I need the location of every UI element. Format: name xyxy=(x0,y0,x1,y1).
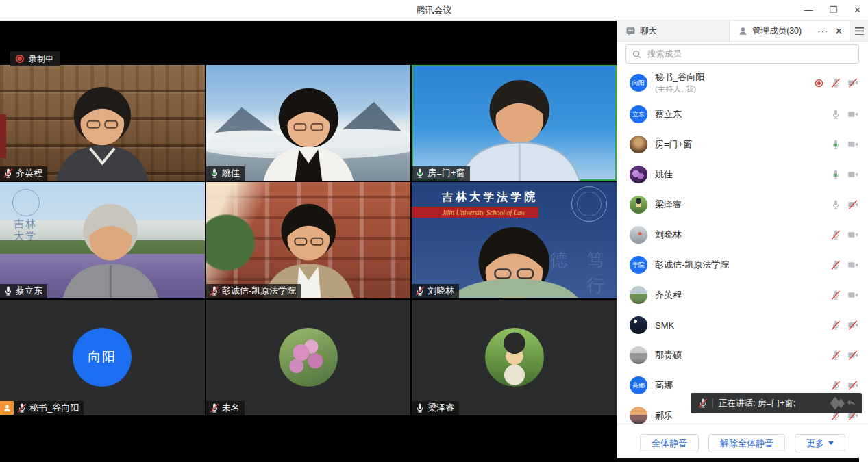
host-badge-icon xyxy=(0,401,14,415)
participant-silhouette xyxy=(0,182,205,298)
restore-button[interactable]: ❐ xyxy=(829,0,837,21)
panel-close-button[interactable]: ✕ xyxy=(835,26,843,36)
members-icon xyxy=(738,26,748,36)
chat-icon xyxy=(625,26,636,36)
panel-tab-bar: 聊天 管理成员(30) ··· ✕ xyxy=(617,21,868,42)
avatar xyxy=(630,226,647,244)
mic-icon[interactable] xyxy=(830,380,841,391)
mic-icon[interactable] xyxy=(830,350,841,361)
avatar xyxy=(630,136,647,153)
member-row[interactable]: 房=门+窗 xyxy=(617,129,868,159)
unmute-all-button[interactable]: 解除全体静音 xyxy=(708,434,785,452)
video-region: 录制中 齐英程 xyxy=(0,21,617,462)
speaking-toast: 正在讲话: 房=门+窗; xyxy=(691,393,862,413)
mic-status-icon xyxy=(16,402,27,413)
camera-icon[interactable] xyxy=(847,259,858,270)
minimize-button[interactable]: — xyxy=(804,0,813,21)
member-name: 姚佳 xyxy=(655,168,830,181)
member-row[interactable]: 齐英程 xyxy=(617,280,868,310)
avatar: 向阳 xyxy=(73,328,132,387)
recording-badge: 录制中 xyxy=(10,51,60,66)
panel-more-button[interactable]: ··· xyxy=(817,26,828,36)
member-row[interactable]: 姚佳 xyxy=(617,159,868,190)
video-tile[interactable]: 向阳 秘书_谷向阳 xyxy=(0,300,205,415)
reply-arrow-icon xyxy=(845,398,856,409)
mic-status-icon xyxy=(209,402,220,413)
participant-silhouette xyxy=(206,182,411,298)
video-tile[interactable]: 梁泽睿 xyxy=(412,300,617,415)
camera-icon[interactable] xyxy=(847,139,858,150)
member-list[interactable]: 向阳 秘书_谷向阳(主持人, 我) 立东 蔡立东 房=门+窗 xyxy=(617,66,868,424)
participant-name-chip: 姚佳 xyxy=(206,166,245,181)
video-tile[interactable]: 姚佳 xyxy=(206,65,411,181)
mic-icon[interactable] xyxy=(830,320,841,331)
more-button[interactable]: 更多 xyxy=(795,434,845,452)
mic-status-icon xyxy=(209,285,220,296)
member-name: 房=门+窗 xyxy=(655,138,830,151)
member-name: 秘书_谷向阳 xyxy=(655,71,814,84)
mic-status-icon xyxy=(414,168,425,179)
mic-icon[interactable] xyxy=(830,139,841,150)
camera-icon[interactable] xyxy=(847,290,858,300)
mic-status-icon xyxy=(3,168,14,179)
mic-icon[interactable] xyxy=(830,109,841,120)
mic-icon[interactable] xyxy=(830,259,841,270)
camera-icon[interactable] xyxy=(847,109,858,120)
member-row[interactable]: 立东 蔡立东 xyxy=(617,99,868,129)
member-row[interactable]: 邴贵硕 xyxy=(617,340,868,370)
camera-icon[interactable] xyxy=(847,169,858,180)
mic-status-icon xyxy=(209,168,220,179)
video-grid: 齐英程 xyxy=(0,65,617,415)
member-row[interactable]: 刘晓林 xyxy=(617,220,868,250)
mic-icon[interactable] xyxy=(830,199,841,210)
recording-dot-icon xyxy=(16,55,24,63)
window-bottom-edge xyxy=(617,458,859,462)
mic-icon[interactable] xyxy=(830,169,841,180)
avatar xyxy=(630,407,647,424)
participant-silhouette xyxy=(412,182,617,298)
hamburger-icon xyxy=(855,27,864,35)
mic-icon[interactable] xyxy=(830,77,841,88)
video-tile[interactable]: 吉林大学法学院 Jilin University School of Law 明… xyxy=(412,182,617,298)
camera-icon[interactable] xyxy=(847,320,858,331)
title-bar: 腾讯会议 — ❐ ✕ xyxy=(0,0,868,21)
camera-icon[interactable] xyxy=(847,199,858,210)
participant-name-chip: 齐英程 xyxy=(0,166,47,181)
avatar xyxy=(279,328,338,387)
tencent-meeting-window: 腾讯会议 — ❐ ✕ 录制中 xyxy=(0,0,868,462)
mute-all-button[interactable]: 全体静音 xyxy=(640,434,699,452)
avatar xyxy=(630,196,647,214)
avatar: 学院 xyxy=(630,256,647,274)
member-row[interactable]: 梁泽睿 xyxy=(617,190,868,220)
mic-status-icon xyxy=(3,285,14,296)
close-button[interactable]: ✕ xyxy=(854,0,861,21)
avatar: 向阳 xyxy=(630,74,647,92)
participant-silhouette xyxy=(206,65,411,181)
search-input[interactable] xyxy=(646,49,853,60)
video-tile[interactable]: 彭诚信-凯原法学院 xyxy=(206,182,411,298)
video-tile[interactable]: 房=门+窗 xyxy=(412,65,617,181)
member-row[interactable]: 向阳 秘书_谷向阳(主持人, 我) xyxy=(617,66,868,99)
camera-icon[interactable] xyxy=(847,380,858,391)
video-tile[interactable]: 未名 xyxy=(206,300,411,415)
member-search[interactable] xyxy=(625,44,859,64)
participant-silhouette xyxy=(0,65,205,181)
video-tile[interactable]: 吉林大学 蔡立东 xyxy=(0,182,205,298)
member-name: 邴贵硕 xyxy=(655,349,830,361)
toast-text: 正在讲话: 房=门+窗; xyxy=(719,398,796,409)
member-subtitle: (主持人, 我) xyxy=(655,84,814,94)
member-row[interactable]: 学院 彭诚信-凯原法学院 xyxy=(617,250,868,280)
member-name: 彭诚信-凯原法学院 xyxy=(655,259,830,271)
video-tile[interactable]: 齐英程 xyxy=(0,65,205,181)
camera-icon[interactable] xyxy=(847,77,858,88)
avatar xyxy=(630,316,647,334)
panel-menu-button[interactable] xyxy=(850,21,868,41)
participant-name-chip: 未名 xyxy=(206,401,245,415)
tab-chat[interactable]: 聊天 xyxy=(617,21,730,41)
mic-icon[interactable] xyxy=(830,229,841,240)
camera-icon[interactable] xyxy=(847,229,858,240)
member-row[interactable]: SMK xyxy=(617,310,868,340)
camera-icon[interactable] xyxy=(847,350,858,361)
tab-manage-members[interactable]: 管理成员(30) ··· ✕ xyxy=(730,21,850,41)
mic-icon[interactable] xyxy=(830,290,841,300)
